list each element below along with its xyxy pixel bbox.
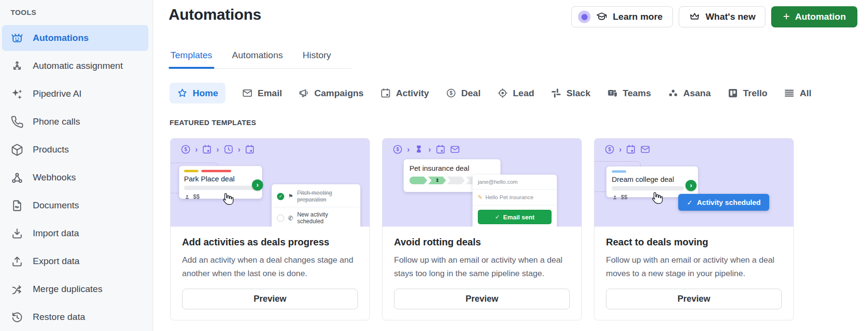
preview-button[interactable]: Preview — [182, 289, 358, 309]
activity-scheduled-label: Activity scheduled — [697, 198, 761, 206]
sidebar-item-label: Phone calls — [33, 116, 80, 127]
sidebar-item-label: Webhooks — [33, 172, 76, 183]
activity-scheduled-badge: Activity scheduled — [678, 194, 769, 211]
learn-more-button[interactable]: Learn more — [571, 6, 672, 27]
filter-label: Asana — [684, 88, 711, 99]
restore-icon — [11, 311, 24, 324]
filter-label: Teams — [623, 88, 651, 99]
whats-new-label: What's new — [706, 12, 756, 22]
calendar-flow-icon — [245, 144, 255, 154]
add-automation-label: Automation — [795, 12, 846, 22]
filter-label: Slack — [566, 88, 591, 99]
deal-circle-icon: $ — [605, 144, 615, 154]
template-card-body: Avoid rotting deals Follow up with an em… — [382, 227, 581, 320]
template-card-body: Add activities as deals progress Add an … — [171, 227, 369, 320]
filter-label: Deal — [461, 88, 481, 99]
deal-circle-icon: $ — [393, 144, 403, 154]
advance-stage-icon — [685, 180, 697, 191]
chevron-right-icon — [407, 145, 409, 154]
filter-slack[interactable]: Slack — [551, 88, 591, 99]
filter-label: Home — [193, 88, 218, 99]
filter-campaigns[interactable]: Campaigns — [299, 88, 364, 99]
sidebar-item-restore-data[interactable]: Restore data — [2, 304, 148, 330]
import-icon — [11, 227, 24, 240]
sidebar-item-label: Automatic assignment — [33, 61, 123, 71]
sidebar-item-merge-duplicates[interactable]: Merge duplicates — [2, 276, 148, 302]
sidebar-item-automations[interactable]: Automations — [2, 25, 148, 51]
calendar-icon — [380, 88, 391, 99]
chevron-right-icon — [238, 145, 240, 154]
export-icon — [11, 255, 24, 268]
lead-icon — [497, 88, 508, 99]
deal-icon: $ — [446, 88, 457, 99]
add-automation-button[interactable]: + Automation — [771, 6, 857, 27]
tab-automations[interactable]: Automations — [231, 49, 284, 68]
envelope-icon — [450, 144, 460, 154]
sidebar-item-documents[interactable]: Documents — [2, 192, 148, 218]
preview-button[interactable]: Preview — [606, 289, 782, 309]
calendar-icon — [626, 144, 636, 154]
activity-label: New activity scheduled — [297, 211, 355, 225]
filter-email[interactable]: Email — [242, 88, 282, 99]
tools-sidebar: TOOLS AutomationsAutomatic assignmentPip… — [0, 0, 153, 331]
megaphone-icon — [299, 88, 310, 99]
page-title: Automations — [169, 6, 261, 24]
template-card-body: React to deals moving Follow up with an … — [594, 227, 793, 320]
template-filter-bar: HomeEmailCampaignsActivity$DealLeadSlack… — [170, 83, 812, 103]
filter-label: Lead — [513, 88, 534, 99]
template-card-react-moving: $ Dream college deal $$ — [594, 138, 794, 320]
envelope-icon — [640, 144, 650, 154]
call-icon — [288, 215, 293, 222]
filter-label: Activity — [396, 88, 429, 99]
preview-button[interactable]: Preview — [394, 289, 570, 309]
calendar-icon — [245, 144, 255, 154]
teams-icon: T — [607, 88, 618, 99]
filter-teams[interactable]: TTeams — [607, 88, 651, 99]
automations-page: TOOLS AutomationsAutomatic assignmentPip… — [0, 0, 868, 331]
sidebar-item-label: Automations — [33, 33, 89, 43]
whats-new-button[interactable]: What's new — [679, 6, 766, 27]
check-circle-icon — [277, 193, 284, 200]
email-sent-badge: Email sent — [478, 210, 552, 224]
filter-trello[interactable]: Trello — [727, 88, 768, 99]
svg-text:$: $ — [608, 147, 611, 152]
sidebar-item-pipedrive-ai[interactable]: Pipedrive AI — [2, 81, 148, 107]
deal-label-bars — [184, 170, 257, 172]
filter-lead[interactable]: Lead — [497, 88, 534, 99]
mini-deal-title: Park Place deal — [184, 175, 257, 183]
sidebar-item-products[interactable]: Products — [2, 137, 148, 163]
box-icon — [11, 143, 24, 156]
hourglass-icon — [435, 178, 440, 183]
sidebar-item-webhooks[interactable]: Webhooks — [2, 165, 148, 191]
clock-flow-icon — [224, 144, 234, 154]
filter-label: Email — [258, 88, 282, 99]
filter-asana[interactable]: Asana — [668, 88, 711, 99]
sidebar-item-label: Export data — [33, 256, 79, 267]
sidebar-item-phone-calls[interactable]: Phone calls — [2, 109, 148, 135]
sidebar-item-automatic-assignment[interactable]: Automatic assignment — [2, 53, 148, 79]
plus-icon: + — [783, 11, 789, 22]
filter-activity[interactable]: Activity — [380, 88, 429, 99]
sidebar-item-export-data[interactable]: Export data — [2, 248, 148, 274]
hourglass-icon — [414, 144, 424, 154]
template-illustration: $ Pet insurance deal — [382, 139, 581, 227]
filter-all[interactable]: All — [784, 88, 811, 99]
document-icon — [11, 199, 24, 212]
filter-deal[interactable]: $Deal — [446, 88, 481, 99]
email-icon — [242, 88, 253, 99]
template-title: Avoid rotting deals — [394, 237, 570, 248]
deal-flow-icon: $ — [181, 144, 191, 154]
sidebar-item-label: Pipedrive AI — [33, 89, 81, 99]
tab-templates[interactable]: Templates — [170, 49, 213, 68]
merge-icon — [11, 283, 24, 296]
asana-icon — [668, 88, 679, 99]
filter-home[interactable]: Home — [170, 83, 225, 103]
tab-history[interactable]: History — [302, 49, 332, 68]
hand-cursor-icon — [648, 190, 664, 205]
empty-circle-icon — [277, 215, 284, 222]
sidebar-item-import-data[interactable]: Import data — [2, 220, 148, 246]
template-illustration: $ Dream college deal $$ — [594, 139, 793, 227]
pencil-icon — [478, 194, 486, 200]
activity-row-done: Pitch meeting preparation — [272, 186, 360, 207]
template-description: Follow up with an email or activity when… — [394, 254, 570, 280]
